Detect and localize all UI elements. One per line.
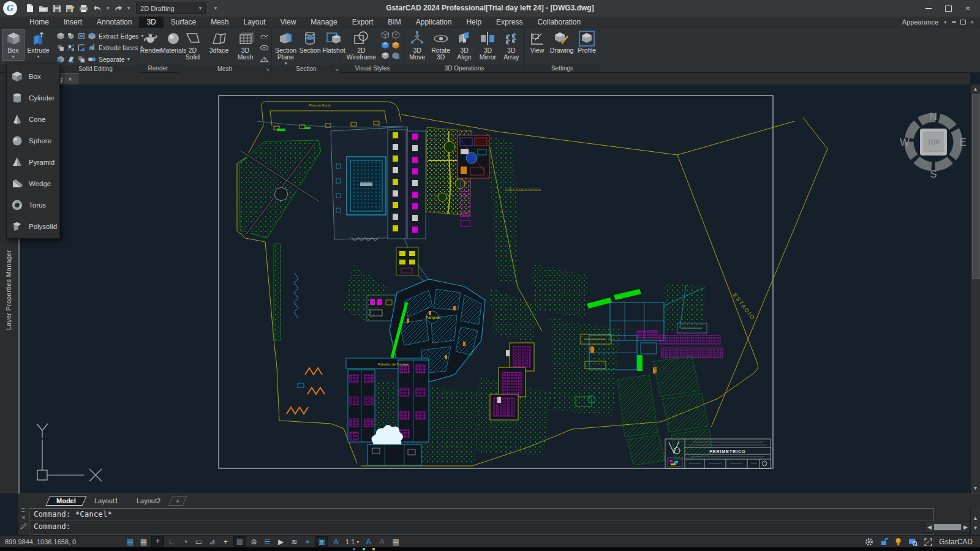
- doc-restore-icon[interactable]: [960, 20, 966, 24]
- new-file-icon[interactable]: [26, 4, 34, 13]
- section-launcher-icon[interactable]: ↘: [334, 66, 339, 73]
- viewcube[interactable]: TOP N S E W: [900, 111, 967, 180]
- intersect-icon[interactable]: [55, 42, 66, 53]
- edgesurf-icon[interactable]: [259, 53, 270, 65]
- wireframe-style-icon[interactable]: [381, 31, 391, 40]
- appearance-menu[interactable]: Appearance: [902, 18, 938, 26]
- extrude-button[interactable]: Extrude ▾: [26, 29, 51, 61]
- unlock-icon[interactable]: [880, 538, 888, 546]
- selection-cycling-icon[interactable]: ▶: [275, 537, 287, 547]
- plot-icon[interactable]: [79, 4, 88, 13]
- sketchy-style-icon[interactable]: [391, 51, 401, 61]
- tab-help[interactable]: Help: [459, 17, 489, 28]
- tab-mesh[interactable]: Mesh: [203, 17, 236, 28]
- qat-customize-icon[interactable]: ▾: [214, 6, 217, 11]
- scroll-up-icon[interactable]: ▲: [971, 85, 980, 94]
- undo-icon[interactable]: [92, 4, 102, 12]
- vertical-scrollbar[interactable]: ▲ ▼: [970, 84, 980, 493]
- section-button[interactable]: Section: [299, 29, 321, 55]
- lineweight-display-icon[interactable]: ☰: [262, 537, 273, 547]
- tab-bim[interactable]: BIM: [380, 17, 408, 28]
- fullscreen-icon[interactable]: [924, 538, 932, 546]
- scroll-up2-icon[interactable]: ▲: [971, 514, 980, 523]
- gear-icon[interactable]: [865, 538, 873, 546]
- tab-insert[interactable]: Insert: [56, 17, 89, 28]
- revsurf-icon[interactable]: [259, 30, 270, 42]
- open-file-icon[interactable]: [39, 4, 48, 13]
- drawing-button[interactable]: Drawing: [549, 29, 575, 55]
- grid-display-icon[interactable]: ▦: [138, 537, 149, 547]
- command-grip-handle[interactable]: [21, 508, 26, 512]
- tab-express[interactable]: Express: [489, 17, 530, 28]
- vertical-scroll-thumb[interactable]: [972, 94, 980, 279]
- grid-settings-icon[interactable]: ▦: [124, 537, 136, 547]
- layer-settings-icon[interactable]: ≋: [288, 537, 300, 547]
- mesh-launcher-icon[interactable]: ↘: [265, 66, 270, 73]
- snap-mode-icon[interactable]: +: [151, 536, 164, 548]
- 3d-align-button[interactable]: 3D Align: [453, 29, 475, 62]
- lightbulb-icon[interactable]: [895, 538, 902, 546]
- fillet-edge-icon[interactable]: [76, 42, 86, 53]
- tab-layout[interactable]: Layout: [236, 17, 273, 28]
- doc-close-icon[interactable]: ×: [970, 19, 974, 26]
- render-button[interactable]: Render: [140, 29, 161, 55]
- tab-surface[interactable]: Surface: [164, 17, 203, 28]
- menu-item-polysolid[interactable]: Polysolid: [7, 216, 59, 237]
- shaded-style-icon[interactable]: [381, 41, 391, 51]
- 2d-solid-button[interactable]: 2D Solid: [180, 29, 205, 62]
- tab-add-layout[interactable]: +: [168, 496, 188, 506]
- slice-icon[interactable]: [66, 42, 76, 53]
- view-button[interactable]: View: [527, 29, 548, 55]
- tab-annotation[interactable]: Annotation: [89, 17, 139, 28]
- subtract-icon[interactable]: [66, 30, 76, 42]
- gstarcad-logo-icon[interactable]: G: [3, 1, 17, 15]
- extract-edges-button[interactable]: Extract Edges▾: [88, 30, 143, 42]
- polar-tracking-icon[interactable]: ◔: [179, 537, 191, 547]
- 3dface-button[interactable]: 3dface: [206, 29, 232, 55]
- tabsurf-icon[interactable]: [259, 42, 270, 53]
- undo-dropdown-icon[interactable]: ▾: [107, 6, 109, 11]
- hatch-display-icon[interactable]: ▩: [233, 536, 246, 548]
- ortho-mode-icon[interactable]: ∟: [166, 537, 178, 547]
- object-snap-icon[interactable]: +: [220, 537, 232, 547]
- annotation-visibility-icon[interactable]: A: [363, 537, 374, 547]
- isodraft-icon[interactable]: ⊕: [248, 537, 260, 547]
- horizontal-scroll-thumb[interactable]: [934, 524, 961, 530]
- command-input-area[interactable]: Command: *Cancel* Command:: [29, 508, 934, 534]
- minimize-button[interactable]: [920, 2, 937, 15]
- document-tab-close-icon[interactable]: ×: [68, 75, 72, 83]
- tab-collaboration[interactable]: Collaboration: [530, 17, 588, 28]
- scroll-down2-icon[interactable]: ▼: [971, 524, 980, 533]
- workspace-monitor-icon[interactable]: ▣: [315, 536, 328, 548]
- angle-snap-icon[interactable]: ⊿: [206, 537, 218, 547]
- 3d-mirror-button[interactable]: 3D Mirror: [477, 29, 499, 62]
- separate-button[interactable]: Separate▾: [88, 53, 143, 65]
- tab-view[interactable]: View: [273, 17, 304, 28]
- tab-model[interactable]: Model: [45, 496, 86, 506]
- conceptual-style-icon[interactable]: [381, 51, 391, 61]
- menu-item-wedge[interactable]: Wedge: [7, 173, 59, 194]
- redo-dropdown-icon[interactable]: ▾: [127, 6, 130, 11]
- profile-button[interactable]: Profile: [576, 29, 598, 55]
- annotation-scale-select[interactable]: 1:1▾: [344, 538, 361, 545]
- drawing-viewport[interactable]: Pista de Brasil AREA DESOCUPADA Parqueo …: [18, 84, 970, 493]
- save-as-icon[interactable]: [66, 4, 75, 13]
- union-icon[interactable]: [55, 30, 66, 42]
- scroll-left-icon[interactable]: ◀: [925, 524, 933, 530]
- zoom-tool-icon[interactable]: ⌖: [302, 537, 314, 547]
- tab-3d[interactable]: 3D: [139, 17, 163, 28]
- menu-item-box[interactable]: Box: [7, 66, 59, 87]
- rotate-3d-button[interactable]: Rotate 3D: [429, 29, 451, 62]
- tab-layout1[interactable]: Layout1: [83, 496, 129, 506]
- workspace-select[interactable]: 2D Drafting ▾: [136, 2, 206, 14]
- magnifier-monitor-icon[interactable]: [908, 538, 918, 546]
- hidden-style-icon[interactable]: [391, 31, 401, 40]
- table-cells-icon[interactable]: ▦: [390, 537, 401, 547]
- doc-minimize-icon[interactable]: [952, 21, 956, 23]
- tab-export[interactable]: Export: [345, 17, 381, 28]
- redo-icon[interactable]: [113, 4, 123, 12]
- 3d-array-button[interactable]: 3D Array: [500, 29, 522, 62]
- command-prompt-line[interactable]: Command:: [29, 521, 933, 533]
- restore-button[interactable]: [940, 2, 957, 15]
- shell-icon[interactable]: [76, 30, 86, 42]
